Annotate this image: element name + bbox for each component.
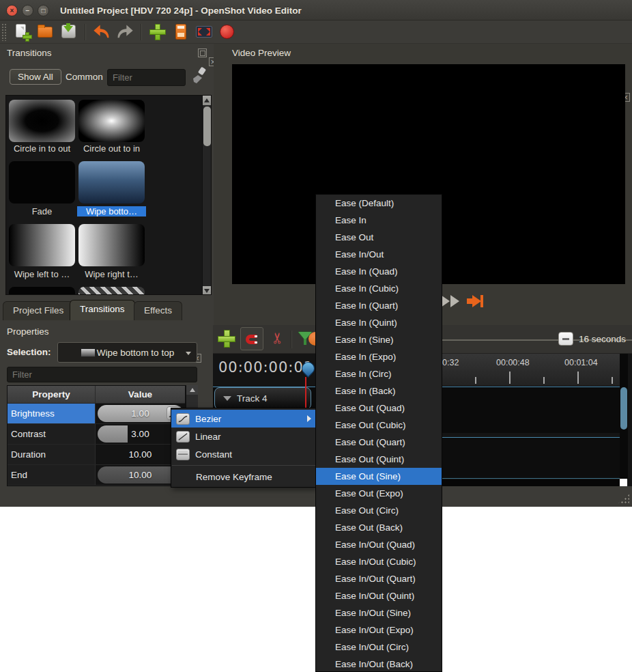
zoom-out-icon[interactable] — [558, 332, 573, 346]
menu-item-ease-in-out-circ[interactable]: Ease In/Out (Circ) — [316, 639, 442, 656]
scroll-up-button[interactable] — [203, 96, 211, 105]
transition-thumb-partial[interactable] — [78, 287, 145, 295]
transitions-list: Circle in to out Circle out to in Fade W… — [5, 95, 212, 295]
common-filter-button[interactable]: Common — [66, 72, 103, 82]
transition-thumb-wipe-right-to-left[interactable] — [78, 224, 145, 266]
transitions-panel-title: Transitions — [7, 48, 52, 58]
menu-item-ease-out-quint[interactable]: Ease Out (Quint) — [316, 451, 442, 468]
menu-item-ease-in-quint[interactable]: Ease In (Quint) — [316, 314, 442, 331]
import-files-button[interactable] — [148, 23, 167, 42]
menu-item-ease-out-cubic[interactable]: Ease Out (Cubic) — [316, 417, 442, 434]
table-row[interactable]: Contrast 3.00 — [8, 424, 185, 445]
menu-item-ease-in-out-cubic[interactable]: Ease In/Out (Cubic) — [316, 553, 442, 570]
timeline-vertical-scrollbar[interactable] — [620, 354, 628, 479]
column-header-value[interactable]: Value — [96, 386, 185, 403]
save-project-button[interactable] — [59, 23, 78, 42]
selection-thumbnail-icon — [81, 348, 96, 357]
transition-thumb-fade[interactable] — [9, 161, 75, 204]
menu-item-ease-out-quad[interactable]: Ease Out (Quad) — [316, 400, 442, 417]
scrollbar-thumb[interactable] — [620, 387, 627, 430]
redo-button[interactable] — [115, 23, 134, 42]
transition-thumb-wipe-bottom-to-top[interactable] — [78, 161, 145, 204]
clear-filter-brush-icon[interactable] — [191, 67, 206, 85]
title-editor-button[interactable] — [171, 23, 190, 42]
new-project-button[interactable] — [13, 23, 32, 42]
menu-item-ease-out-sine[interactable]: Ease Out (Sine) — [316, 468, 442, 485]
menu-item-ease-in-circ[interactable]: Ease In (Circ) — [316, 365, 442, 382]
razor-tool-button[interactable]: ✂ — [269, 329, 287, 347]
undo-button[interactable] — [92, 23, 111, 42]
menu-item-ease-out-quart[interactable]: Ease Out (Quart) — [316, 434, 442, 451]
scrollbar-thumb[interactable] — [203, 107, 211, 146]
main-toolbar — [0, 20, 632, 44]
close-icon: × — [7, 5, 17, 16]
menu-item-ease-in-out-quart[interactable]: Ease In/Out (Quart) — [316, 570, 442, 587]
maximize-icon: □ — [38, 5, 48, 16]
menu-item-ease-in-out-quad[interactable]: Ease In/Out (Quad) — [316, 536, 442, 553]
float-panel-icon[interactable] — [198, 48, 207, 57]
menu-item-bezier[interactable]: Bezier — [171, 410, 316, 428]
track-label: Track 4 — [237, 393, 268, 404]
menu-item-ease-in-back[interactable]: Ease In (Back) — [316, 382, 442, 400]
scroll-up-button[interactable] — [186, 385, 198, 395]
show-all-button[interactable]: Show All — [10, 69, 61, 85]
menu-item-ease-in-cubic[interactable]: Ease In (Cubic) — [316, 280, 442, 297]
transition-thumb-partial[interactable] — [9, 287, 75, 295]
snapping-toggle-button[interactable] — [240, 327, 263, 350]
menu-item-ease-in-out-expo[interactable]: Ease In/Out (Expo) — [316, 621, 442, 639]
maximize-window-button[interactable]: □ — [38, 5, 49, 16]
menu-item-ease-default[interactable]: Ease (Default) — [316, 195, 442, 212]
window-resize-grip[interactable] — [617, 494, 629, 505]
fast-forward-button[interactable] — [441, 294, 461, 309]
track-header[interactable]: Track 4 — [214, 387, 311, 410]
menu-item-remove-keyframe[interactable]: Remove Keyframe — [171, 468, 316, 486]
menu-item-ease-in-out-sine[interactable]: Ease In/Out (Sine) — [316, 604, 442, 621]
tab-effects[interactable]: Effects — [134, 301, 182, 320]
open-project-button[interactable] — [36, 23, 55, 42]
menu-item-ease-in-out[interactable]: Ease In/Out — [316, 246, 442, 263]
transitions-scrollbar[interactable] — [202, 96, 211, 295]
selection-label: Selection: — [7, 347, 51, 357]
transition-thumb-circle-out-to-in[interactable] — [78, 100, 145, 142]
menu-item-ease-in[interactable]: Ease In — [316, 212, 442, 229]
collapse-track-icon[interactable] — [223, 396, 231, 401]
menu-item-linear[interactable]: Linear — [171, 428, 316, 445]
menu-item-constant[interactable]: Constant — [171, 445, 316, 463]
menu-item-ease-out-circ[interactable]: Ease Out (Circ) — [316, 502, 442, 519]
transition-thumb-wipe-left-to-right[interactable] — [9, 224, 75, 266]
menu-item-ease-out-expo[interactable]: Ease Out (Expo) — [316, 485, 442, 502]
close-window-button[interactable]: × — [6, 5, 18, 16]
table-header: Property Value — [8, 386, 185, 404]
column-header-property[interactable]: Property — [8, 386, 96, 403]
toolbar-drag-handle[interactable] — [1, 23, 7, 41]
tab-project-files[interactable]: Project Files — [3, 301, 74, 320]
menu-item-ease-in-expo[interactable]: Ease In (Expo) — [316, 348, 442, 365]
menu-item-ease-out-back[interactable]: Ease Out (Back) — [316, 519, 442, 536]
table-row[interactable]: End 10.00 — [8, 465, 185, 486]
scrollbar-corner — [620, 479, 627, 486]
minimize-window-button[interactable]: − — [22, 5, 33, 16]
tab-transitions[interactable]: Transitions — [70, 300, 135, 320]
table-row[interactable]: Brightness 1.00 — [8, 404, 185, 424]
titlebar: × − □ Untitled Project [HDV 720 24p] - O… — [0, 0, 632, 20]
menu-item-ease-in-quad[interactable]: Ease In (Quad) — [316, 263, 442, 280]
menu-item-ease-in-sine[interactable]: Ease In (Sine) — [316, 331, 442, 348]
property-value-text: 10.00 — [129, 449, 152, 460]
properties-filter-input[interactable] — [7, 367, 197, 382]
transitions-filter-input[interactable] — [107, 69, 186, 86]
property-name: Duration — [8, 445, 96, 464]
selection-dropdown[interactable]: Wipe bottom to top — [57, 342, 197, 363]
menu-item-ease-in-out-back[interactable]: Ease In/Out (Back) — [316, 656, 442, 672]
menu-item-ease-in-out-quint[interactable]: Ease In/Out (Quint) — [316, 587, 442, 604]
menu-item-ease-out[interactable]: Ease Out — [316, 229, 442, 246]
transition-thumb-circle-in-to-out[interactable] — [9, 100, 75, 142]
table-row[interactable]: Duration 10.00 — [8, 445, 185, 465]
add-track-button[interactable] — [218, 331, 235, 347]
fullscreen-button[interactable] — [195, 23, 214, 42]
scroll-down-button[interactable] — [203, 286, 211, 295]
jump-end-button[interactable] — [467, 294, 487, 309]
toolbar-separator — [141, 24, 142, 40]
linear-icon — [176, 431, 190, 443]
menu-item-ease-in-quart[interactable]: Ease In (Quart) — [316, 297, 442, 314]
export-video-button[interactable] — [218, 23, 237, 42]
